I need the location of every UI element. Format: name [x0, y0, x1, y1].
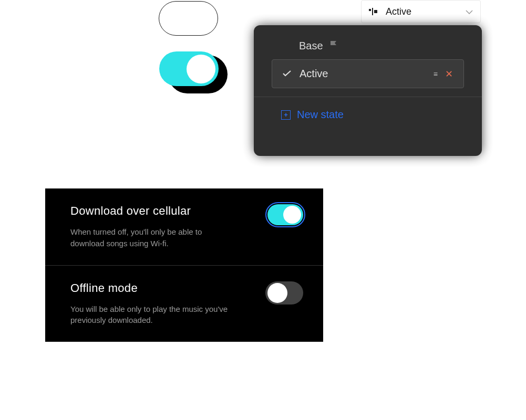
plus-box-icon: + — [281, 110, 291, 120]
setting-title: Download over cellular — [70, 204, 252, 218]
toggle-knob — [187, 55, 215, 83]
state-label: Active — [300, 68, 425, 80]
toggle-large-active[interactable] — [159, 51, 219, 86]
new-state-label: New state — [297, 109, 344, 121]
toggle-knob — [283, 206, 301, 224]
check-icon — [283, 69, 291, 79]
dropdown-label: Active — [386, 6, 458, 17]
toggle-download-cellular[interactable] — [267, 204, 303, 225]
setting-offline-mode: Offline mode You will be able only to pl… — [45, 266, 323, 342]
base-label: Base — [299, 40, 323, 52]
state-selector-dropdown[interactable]: Active — [361, 0, 481, 23]
svg-rect-2 — [374, 10, 377, 13]
base-state-row[interactable]: Base — [254, 25, 482, 59]
toggle-knob — [267, 283, 287, 303]
toggle-outline-empty — [159, 1, 218, 36]
states-panel: Base Active ≡ ✕ + New state — [254, 25, 482, 156]
new-state-button[interactable]: + New state — [254, 97, 482, 121]
setting-description: When turned off, you'll only be able to … — [70, 226, 228, 249]
state-active-row[interactable]: Active ≡ ✕ — [272, 59, 464, 88]
setting-title: Offline mode — [70, 281, 250, 295]
svg-rect-1 — [372, 8, 373, 15]
svg-rect-0 — [369, 9, 371, 11]
setting-download-cellular: Download over cellular When turned off, … — [45, 188, 323, 266]
settings-card: Download over cellular When turned off, … — [45, 188, 323, 342]
flag-icon — [329, 40, 338, 52]
close-icon[interactable]: ✕ — [445, 68, 453, 80]
toggle-offline-mode[interactable] — [265, 281, 303, 304]
chevron-down-icon — [466, 7, 473, 16]
align-center-icon — [369, 8, 378, 15]
menu-icon[interactable]: ≡ — [434, 70, 437, 78]
setting-description: You will be able only to play the music … — [70, 303, 228, 327]
